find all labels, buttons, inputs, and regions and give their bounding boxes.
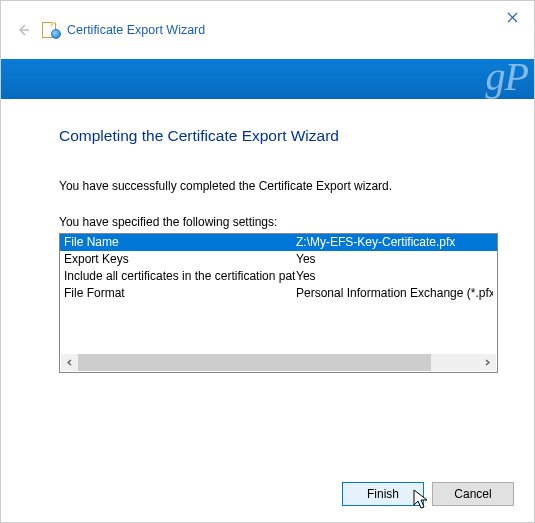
close-icon[interactable] (492, 3, 532, 31)
settings-value: Personal Information Exchange (*.pfx) (296, 285, 493, 302)
settings-value: Yes (296, 268, 493, 285)
cancel-button[interactable]: Cancel (432, 482, 514, 506)
scrollbar-thumb[interactable] (78, 354, 431, 371)
wizard-icon (41, 20, 61, 40)
settings-key: File Name (64, 234, 296, 251)
settings-listbox[interactable]: File Name Z:\My-EFS-Key-Certificate.pfx … (59, 233, 498, 373)
settings-row[interactable]: Export Keys Yes (60, 251, 497, 268)
settings-key: Export Keys (64, 251, 296, 268)
page-description: You have successfully completed the Cert… (59, 179, 498, 193)
settings-row[interactable]: File Format Personal Information Exchang… (60, 285, 497, 302)
settings-value: Z:\My-EFS-Key-Certificate.pfx (296, 234, 493, 251)
settings-grid: File Name Z:\My-EFS-Key-Certificate.pfx … (60, 234, 497, 302)
scroll-left-icon[interactable] (61, 354, 78, 371)
button-row: Finish Cancel (342, 482, 514, 506)
horizontal-scrollbar[interactable] (61, 354, 496, 371)
wizard-header: Certificate Export Wizard (1, 1, 534, 59)
settings-key: File Format (64, 285, 296, 302)
settings-row[interactable]: File Name Z:\My-EFS-Key-Certificate.pfx (60, 234, 497, 251)
scrollbar-track[interactable] (78, 354, 479, 371)
settings-label: You have specified the following setting… (59, 215, 498, 229)
watermark-logo: gP (486, 53, 528, 100)
settings-row[interactable]: Include all certificates in the certific… (60, 268, 497, 285)
wizard-title: Certificate Export Wizard (67, 23, 205, 37)
content-area: Completing the Certificate Export Wizard… (1, 99, 534, 373)
settings-value: Yes (296, 251, 493, 268)
header-band: gP (1, 59, 534, 99)
page-heading: Completing the Certificate Export Wizard (59, 127, 498, 145)
back-arrow-icon (13, 20, 33, 40)
scroll-right-icon[interactable] (479, 354, 496, 371)
settings-key: Include all certificates in the certific… (64, 268, 296, 285)
finish-button[interactable]: Finish (342, 482, 424, 506)
